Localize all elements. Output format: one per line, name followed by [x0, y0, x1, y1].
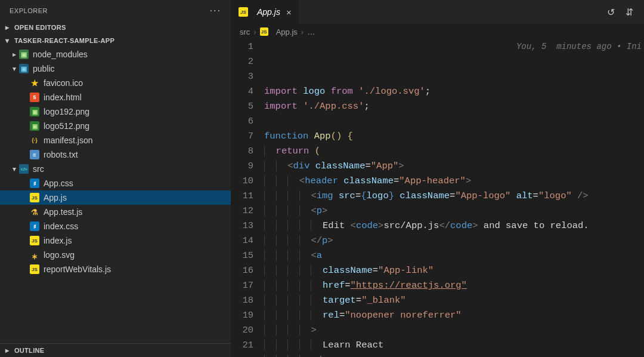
code-line-16[interactable]: rel="noopener noreferrer"	[264, 308, 644, 323]
code-line-10[interactable]: Edit <code>src/App.js</code> and save to…	[264, 218, 644, 233]
code-line-9[interactable]: <p>	[264, 204, 644, 218]
code-line-15[interactable]: target="_blank"	[264, 293, 644, 308]
line-gutter: 123456789101112131415161718192021	[231, 39, 264, 357]
code-line-2[interactable]: import './App.css';	[264, 99, 644, 114]
chevron-down-icon	[4, 36, 11, 45]
file-App.css[interactable]: App.css	[0, 176, 231, 190]
code-line-11[interactable]: </p>	[264, 233, 644, 248]
code-line-4[interactable]: function App() {	[264, 129, 644, 144]
code-line-17[interactable]: >	[264, 323, 644, 338]
file-logo.svg[interactable]: logo.svg	[0, 248, 231, 262]
code-line-13[interactable]: className="App-link"	[264, 263, 644, 278]
folder-icon	[19, 50, 29, 59]
file-reportWebVitals.js[interactable]: reportWebVitals.js	[0, 262, 231, 276]
file-label: logo192.png	[44, 107, 89, 116]
file-label: node_modules	[33, 50, 88, 59]
crumb-src[interactable]: src	[240, 27, 250, 36]
chevron-right-icon	[4, 346, 11, 355]
chevron-right-icon: ›	[253, 27, 256, 36]
code-line-12[interactable]: <a	[264, 248, 644, 263]
file-label: robots.txt	[44, 150, 78, 159]
folder-icon	[19, 64, 29, 73]
file-label: index.js	[44, 236, 72, 245]
img-icon	[30, 121, 39, 131]
chevron-down-icon	[11, 165, 18, 173]
file-label: manifest.json	[44, 136, 92, 145]
explorer-title: EXPLORER	[10, 7, 48, 14]
file-favicon.ico[interactable]: favicon.ico	[0, 76, 231, 90]
file-App.test.js[interactable]: App.test.js	[0, 205, 231, 219]
chevron-right-icon	[4, 23, 11, 32]
outline-section[interactable]: OUTLINE	[0, 343, 231, 357]
code-line-14[interactable]: href="https://reactjs.org"	[264, 278, 644, 293]
folder-public[interactable]: public	[0, 61, 231, 76]
file-label: App.test.js	[44, 207, 82, 217]
explorer-sidebar: EXPLORER ··· OPEN EDITORS TASKER-REACT-S…	[0, 0, 231, 357]
chevron-right-icon: ›	[301, 27, 304, 36]
file-index.js[interactable]: index.js	[0, 233, 231, 248]
file-robots.txt[interactable]: robots.txt	[0, 147, 231, 162]
file-label: reportWebVitals.js	[44, 264, 111, 274]
tab-label: App.js	[257, 7, 280, 17]
file-index.css[interactable]: index.css	[0, 219, 231, 233]
file-label: favicon.ico	[44, 78, 83, 88]
css-icon	[30, 178, 39, 188]
css-icon	[30, 221, 39, 231]
project-section[interactable]: TASKER-REACT-SAMPLE-APP	[0, 34, 231, 47]
crumb-more[interactable]: …	[307, 27, 315, 36]
file-label: index.css	[44, 221, 78, 231]
explorer-header: EXPLORER ···	[0, 0, 231, 21]
code-line-7[interactable]: <header className="App-header">	[264, 174, 644, 189]
outline-label: OUTLINE	[14, 347, 44, 354]
code-line-5[interactable]: return (	[264, 144, 644, 159]
compare-icon[interactable]: ⇵	[626, 7, 633, 18]
js-icon	[30, 264, 39, 274]
file-logo512.png[interactable]: logo512.png	[0, 119, 231, 133]
open-editors-section[interactable]: OPEN EDITORS	[0, 21, 231, 34]
code-editor[interactable]: 123456789101112131415161718192021 You, 5…	[231, 39, 644, 357]
open-editors-label: OPEN EDITORS	[14, 24, 66, 31]
breadcrumb[interactable]: src › App.js › …	[231, 24, 644, 39]
file-label: App.js	[44, 193, 67, 202]
file-label: index.html	[44, 93, 82, 102]
code-line-1[interactable]: import logo from './logo.svg';	[264, 84, 644, 99]
file-label: public	[33, 64, 55, 73]
code-line-3[interactable]	[264, 114, 644, 129]
js-icon	[239, 7, 248, 17]
code-line-19[interactable]: </a>	[264, 353, 644, 357]
chevron-right-icon	[11, 50, 18, 59]
code-line-8[interactable]: <img src={logo} className="App-logo" alt…	[264, 189, 644, 204]
close-icon[interactable]: ×	[285, 7, 293, 17]
file-index.html[interactable]: index.html	[0, 90, 231, 104]
editor-pane: App.js × ↺ ⇵ src › App.js › … 1234567891…	[231, 0, 644, 357]
js-icon	[30, 236, 39, 245]
code-line-6[interactable]: <div className="App">	[264, 159, 644, 174]
code-text[interactable]: You, 5 minutes ago • Ini import logo fro…	[264, 39, 644, 357]
folder-node_modules[interactable]: node_modules	[0, 47, 231, 61]
folder-icon	[19, 164, 29, 174]
code-line-18[interactable]: Learn React	[264, 338, 644, 353]
file-label: logo.svg	[44, 250, 75, 260]
explorer-more-icon[interactable]: ···	[210, 5, 221, 16]
star-icon	[30, 78, 39, 88]
file-manifest.json[interactable]: manifest.json	[0, 133, 231, 147]
chevron-down-icon	[11, 64, 18, 73]
tab-bar: App.js × ↺ ⇵	[231, 0, 644, 24]
html-icon	[30, 93, 39, 102]
img-icon	[30, 107, 39, 116]
json-icon	[30, 136, 39, 145]
file-label: logo512.png	[44, 121, 89, 131]
tab-app-js[interactable]: App.js ×	[231, 0, 299, 24]
folder-src[interactable]: src	[0, 162, 231, 176]
history-icon[interactable]: ↺	[607, 7, 615, 18]
txt-icon	[30, 150, 39, 159]
file-App.js[interactable]: App.js	[0, 190, 231, 205]
file-tree: node_modulespublicfavicon.icoindex.htmll…	[0, 47, 231, 276]
crumb-file[interactable]: App.js	[276, 27, 298, 36]
editor-actions: ↺ ⇵	[607, 7, 644, 18]
file-logo192.png[interactable]: logo192.png	[0, 104, 231, 119]
git-blame-hint: You, 5 minutes ago • Ini	[516, 39, 644, 54]
svg-icon	[30, 250, 39, 260]
project-label: TASKER-REACT-SAMPLE-APP	[14, 37, 114, 44]
js-icon	[260, 27, 268, 36]
